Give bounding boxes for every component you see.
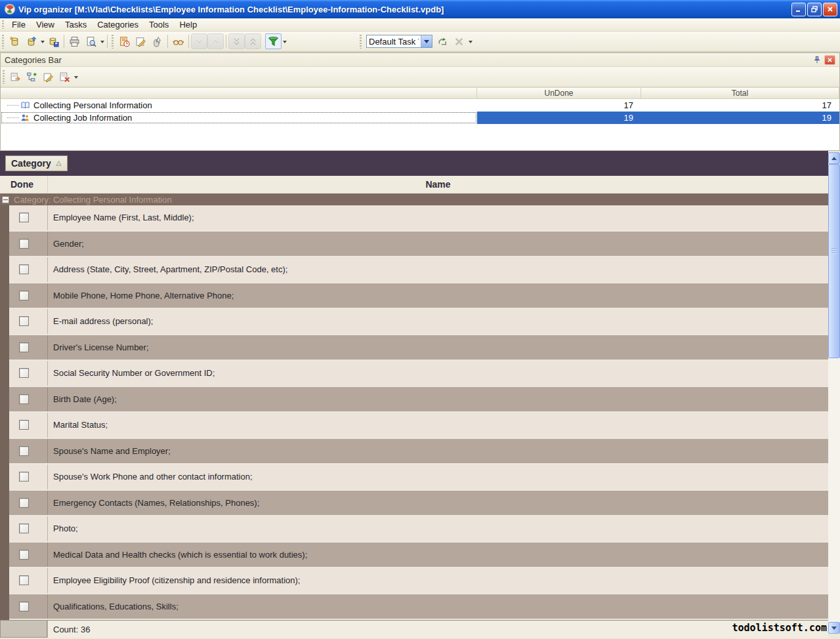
task-name: Medical Data and Health checks (which is… (48, 543, 828, 567)
edit-task-button[interactable] (133, 33, 149, 49)
minimize-button[interactable] (791, 3, 806, 16)
task-name: Marital Status; (48, 413, 828, 438)
toolbar-grip[interactable] (3, 70, 5, 84)
new-task-button[interactable] (116, 33, 133, 49)
category-group-row[interactable]: Category: Collecting Personal Informatio… (0, 194, 828, 205)
categories-toolbar (1, 67, 839, 87)
restore-button[interactable] (807, 3, 822, 16)
task-row[interactable]: Marital Status; (0, 413, 828, 439)
done-checkbox[interactable] (19, 498, 29, 508)
done-checkbox[interactable] (19, 394, 29, 404)
name-column-header[interactable]: Name (48, 176, 828, 193)
print-preview-button[interactable] (83, 33, 99, 49)
task-row[interactable]: Birth Date (Age); (0, 387, 828, 413)
main-toolbar (0, 31, 840, 52)
view-toolbar-dropdown[interactable] (467, 33, 473, 49)
task-row[interactable]: Emergency Contacts (Names, Relationships… (0, 491, 828, 517)
task-row[interactable]: Photo; (0, 516, 828, 543)
delete-category-button[interactable] (56, 69, 73, 85)
open-database-dropdown[interactable] (39, 33, 45, 49)
delete-category-dropdown[interactable] (73, 69, 79, 85)
done-checkbox[interactable] (19, 575, 29, 585)
done-checkbox[interactable] (19, 368, 29, 378)
menu-tasks[interactable]: Tasks (60, 18, 92, 31)
pin-icon[interactable] (811, 55, 822, 65)
scroll-up-button[interactable] (828, 152, 840, 164)
undone-header[interactable]: UnDone (477, 88, 641, 99)
view-glasses-button[interactable] (170, 33, 186, 49)
done-checkbox[interactable] (19, 550, 29, 560)
task-name: Spouse's Work Phone and other contact in… (48, 464, 828, 489)
task-row[interactable]: E-mail address (personal); (0, 309, 828, 335)
task-view-combobox[interactable] (366, 35, 432, 48)
menu-view[interactable]: View (31, 18, 60, 31)
task-row[interactable]: Employee Name (First, Last, Middle); (0, 205, 828, 232)
done-checkbox[interactable] (19, 602, 29, 611)
categories-bar-close-button[interactable] (824, 55, 835, 65)
category-name-header[interactable] (1, 88, 477, 99)
collapse-icon[interactable] (2, 196, 9, 203)
open-database-button[interactable] (23, 33, 39, 49)
categories-bar-panel: Categories Bar UnDone Total Collecting P… (0, 52, 840, 151)
task-row[interactable]: Mobile Phone, Home Phone, Alternative Ph… (0, 283, 828, 310)
toolbar-grip[interactable] (360, 35, 362, 49)
group-indent-strip (0, 205, 9, 620)
category-row[interactable]: Collecting Job Information1919 (1, 112, 839, 124)
category-name-cell[interactable]: Collecting Personal Information (1, 99, 477, 112)
new-database-button[interactable] (7, 33, 23, 49)
total-header[interactable]: Total (641, 88, 839, 99)
done-checkbox[interactable] (19, 342, 29, 352)
new-subcategory-button[interactable] (24, 69, 40, 85)
group-by-category-button[interactable]: Category (5, 155, 68, 171)
menu-bar-items: FileViewTasksCategoriesToolsHelp (7, 18, 202, 31)
task-row[interactable]: Medical Data and Health checks (which is… (0, 543, 828, 569)
close-button[interactable] (823, 3, 837, 16)
edit-category-button[interactable] (40, 69, 56, 85)
task-row[interactable]: Qualifications, Educations, Skills; (0, 594, 828, 621)
undone-count-cell: 17 (477, 99, 641, 112)
menu-categories[interactable]: Categories (92, 18, 144, 31)
menu-help[interactable]: Help (174, 18, 202, 31)
done-checkbox[interactable] (19, 213, 29, 222)
done-checkbox[interactable] (19, 420, 29, 430)
done-column-header[interactable]: Done (0, 176, 48, 193)
task-row[interactable]: Employee Eligibility Proof (citizenship … (0, 568, 828, 594)
done-checkbox[interactable] (19, 316, 29, 326)
task-row[interactable]: Social Security Number or Government ID; (0, 361, 828, 387)
done-checkbox[interactable] (19, 446, 29, 456)
toolbar-grip[interactable] (112, 35, 114, 49)
move-bottom-icon (228, 33, 245, 49)
group-row-label: Category: Collecting Personal Informatio… (14, 195, 172, 205)
task-row[interactable]: Spouse's Name and Employer; (0, 439, 828, 465)
filter-button[interactable] (265, 33, 282, 49)
filter-dropdown[interactable] (282, 33, 287, 49)
vertical-scrollbar[interactable] (828, 152, 840, 634)
menu-tools[interactable]: Tools (144, 18, 174, 31)
done-checkbox[interactable] (19, 524, 29, 533)
print-button[interactable] (66, 33, 83, 49)
scrollbar-thumb[interactable] (828, 164, 840, 358)
print-preview-dropdown[interactable] (99, 33, 105, 49)
task-name: Birth Date (Age); (48, 387, 828, 412)
done-checkbox[interactable] (19, 239, 29, 249)
done-checkbox[interactable] (19, 264, 29, 274)
menu-file[interactable]: File (7, 18, 31, 31)
scroll-down-button[interactable] (828, 622, 840, 634)
task-row[interactable]: Driver's License Number; (0, 335, 828, 361)
done-checkbox[interactable] (19, 472, 29, 482)
task-name: Spouse's Name and Employer; (48, 439, 828, 464)
apply-view-button[interactable] (434, 33, 451, 49)
task-row[interactable]: Gender; (0, 232, 828, 258)
save-database-button[interactable] (45, 33, 62, 49)
category-row[interactable]: Collecting Personal Information1717 (1, 99, 839, 112)
toolbar-grip[interactable] (2, 20, 4, 29)
task-row[interactable]: Spouse's Work Phone and other contact in… (0, 464, 828, 491)
task-view-value[interactable] (367, 35, 421, 47)
toolbar-grip[interactable] (2, 35, 4, 49)
new-category-button[interactable] (7, 69, 24, 85)
complete-task-button[interactable] (149, 33, 165, 49)
task-row[interactable]: Address (State, City, Street, Apartment,… (0, 257, 828, 283)
combo-dropdown-icon[interactable] (421, 35, 432, 47)
done-checkbox[interactable] (19, 291, 29, 300)
category-name-cell[interactable]: Collecting Job Information (1, 112, 477, 124)
